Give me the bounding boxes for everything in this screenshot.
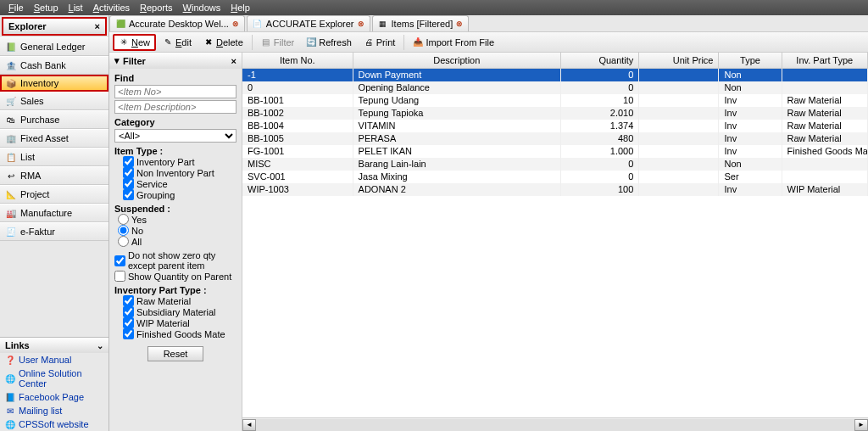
sales-icon: 🛒 — [5, 96, 17, 106]
close-icon[interactable]: ⊗ — [456, 20, 463, 28]
fixed-asset-icon: 🏢 — [5, 133, 17, 143]
menu-help[interactable]: Help — [225, 3, 255, 13]
link-label: Mailing list — [19, 406, 62, 416]
menu-windows[interactable]: Windows — [178, 3, 226, 13]
cell: 480 — [561, 132, 639, 145]
sidebar-item-cash-bank[interactable]: 🏦Cash Bank — [0, 56, 108, 75]
new-button[interactable]: ✳New — [113, 34, 156, 51]
general-ledger-icon: 📗 — [5, 42, 17, 52]
table-row[interactable]: 0Opening Balance0Non — [242, 81, 868, 94]
delete-button[interactable]: ✖Delete — [198, 35, 248, 50]
sidebar-item-purchase[interactable]: 🛍Purchase — [0, 110, 108, 129]
menu-activities[interactable]: Activities — [88, 3, 135, 13]
table-row[interactable]: WIP-1003ADONAN 2100InvWIP Material — [242, 183, 868, 196]
table-row[interactable]: MISCBarang Lain-lain0Non — [242, 158, 868, 171]
column-header[interactable]: Inv. Part Type — [782, 53, 868, 68]
item-type-checkbox[interactable] — [123, 178, 134, 189]
table-row[interactable]: BB-1002Tepung Tapioka2.010InvRaw Materia… — [242, 107, 868, 120]
column-header[interactable]: Quantity — [561, 53, 639, 68]
horizontal-scrollbar[interactable]: ◄ ► — [242, 417, 868, 431]
refresh-button[interactable]: 🔄Refresh — [301, 35, 357, 50]
item-no-input[interactable] — [114, 85, 236, 98]
scroll-left-button[interactable]: ◄ — [242, 419, 256, 431]
close-icon[interactable]: × — [95, 21, 100, 31]
sidebar-item-sales[interactable]: 🛒Sales — [0, 92, 108, 110]
cell: Opening Balance — [353, 81, 561, 94]
link-mailing-list[interactable]: ✉Mailing list — [0, 404, 108, 417]
project-icon: 📐 — [5, 189, 17, 199]
item-desc-input[interactable] — [114, 100, 236, 114]
table-row[interactable]: SVC-001Jasa Mixing0Ser — [242, 171, 868, 183]
link-user-manual[interactable]: ❓User Manual — [0, 353, 108, 367]
inv-part-type-checkbox[interactable] — [123, 328, 134, 339]
table-row[interactable]: BB-1004VITAMIN1.374InvRaw Material — [242, 120, 868, 132]
cell — [782, 69, 868, 81]
suspended-radio[interactable] — [118, 236, 129, 247]
table-row[interactable]: -1Down Payment0Non — [242, 69, 868, 81]
suspended-radio[interactable] — [118, 225, 129, 236]
sidebar-item-list[interactable]: 📋List — [0, 148, 108, 166]
column-header[interactable]: Type — [719, 53, 782, 68]
cell: MISC — [242, 158, 353, 171]
tab-label: Accurate Desktop Wel... — [129, 19, 229, 29]
inv-part-type-checkbox[interactable] — [123, 306, 134, 317]
chevron-down-icon[interactable]: ⌄ — [97, 341, 103, 350]
sidebar-item-project[interactable]: 📐Project — [0, 185, 108, 204]
sidebar-item-e-faktur[interactable]: 🧾e-Faktur — [0, 222, 108, 241]
edit-button[interactable]: ✎Edit — [158, 35, 197, 50]
sidebar-item-general-ledger[interactable]: 📗General Ledger — [0, 37, 108, 56]
item-type-checkbox[interactable] — [123, 167, 134, 178]
close-icon[interactable]: ⊗ — [232, 20, 239, 28]
sidebar-item-rma[interactable]: ↩RMA — [0, 166, 108, 185]
close-icon[interactable]: × — [231, 56, 236, 66]
import-button[interactable]: 📥Import From File — [408, 35, 499, 50]
sidebar-item-label: Inventory — [20, 78, 58, 88]
menu-reports[interactable]: Reports — [135, 3, 178, 13]
cell: Down Payment — [353, 69, 561, 81]
cell: BB-1005 — [242, 132, 353, 145]
zero-qty-checkbox[interactable] — [114, 255, 125, 266]
cell: WIP Material — [782, 183, 868, 196]
cell: BB-1004 — [242, 120, 353, 132]
cell: Jasa Mixing — [353, 171, 561, 183]
links-header[interactable]: Links ⌄ — [0, 337, 108, 353]
cell: WIP-1003 — [242, 183, 353, 196]
sidebar-item-manufacture[interactable]: 🏭Manufacture — [0, 204, 108, 222]
scroll-right-button[interactable]: ► — [854, 419, 868, 431]
tab-items[interactable]: ▦Items [Filtered]⊗ — [372, 15, 470, 31]
tab-explorer[interactable]: 📄ACCURATE Explorer⊗ — [247, 15, 370, 31]
print-button[interactable]: 🖨Print — [359, 35, 401, 50]
cpssoft-icon: 🌐 — [5, 419, 15, 429]
link-facebook[interactable]: 📘Facebook Page — [0, 390, 108, 404]
reset-button[interactable]: Reset — [147, 346, 204, 361]
scroll-track[interactable] — [256, 419, 854, 431]
show-qty-checkbox[interactable] — [114, 271, 125, 282]
explorer-title: Explorer — [8, 21, 47, 31]
column-header[interactable]: Description — [353, 53, 561, 68]
item-type-checkbox[interactable] — [123, 189, 134, 200]
sidebar-item-inventory[interactable]: 📦Inventory — [0, 75, 108, 92]
link-cpssoft[interactable]: 🌐CPSSoft website — [0, 417, 108, 431]
menu-list[interactable]: List — [64, 3, 88, 13]
suspended-label: Suspended : — [114, 204, 236, 214]
link-online-solution[interactable]: 🌐Online Solution Center — [0, 367, 108, 390]
column-header[interactable]: Item No. — [242, 53, 353, 68]
column-header[interactable]: Unit Price — [639, 53, 719, 68]
filter-button[interactable]: ▤Filter — [256, 35, 299, 50]
menu-setup[interactable]: Setup — [29, 3, 64, 13]
sidebar-item-fixed-asset[interactable]: 🏢Fixed Asset — [0, 129, 108, 148]
cell: PERASA — [353, 132, 561, 145]
inv-part-type-checkbox[interactable] — [123, 295, 134, 306]
table-row[interactable]: BB-1005PERASA480InvRaw Material — [242, 132, 868, 145]
cell — [639, 132, 719, 145]
table-row[interactable]: FG-1001PELET IKAN1.000InvFinished Goods … — [242, 145, 868, 158]
explorer-header[interactable]: Explorer × — [3, 19, 105, 34]
close-icon[interactable]: ⊗ — [358, 20, 364, 28]
tab-welcome[interactable]: 🟩Accurate Desktop Wel...⊗ — [109, 15, 245, 31]
item-type-checkbox[interactable] — [123, 156, 134, 167]
inv-part-type-checkbox[interactable] — [123, 317, 134, 328]
suspended-radio[interactable] — [118, 214, 129, 225]
category-select[interactable]: <All> — [114, 129, 236, 143]
table-row[interactable]: BB-1001Tepung Udang10InvRaw Material — [242, 94, 868, 107]
menu-file[interactable]: File — [3, 3, 29, 13]
